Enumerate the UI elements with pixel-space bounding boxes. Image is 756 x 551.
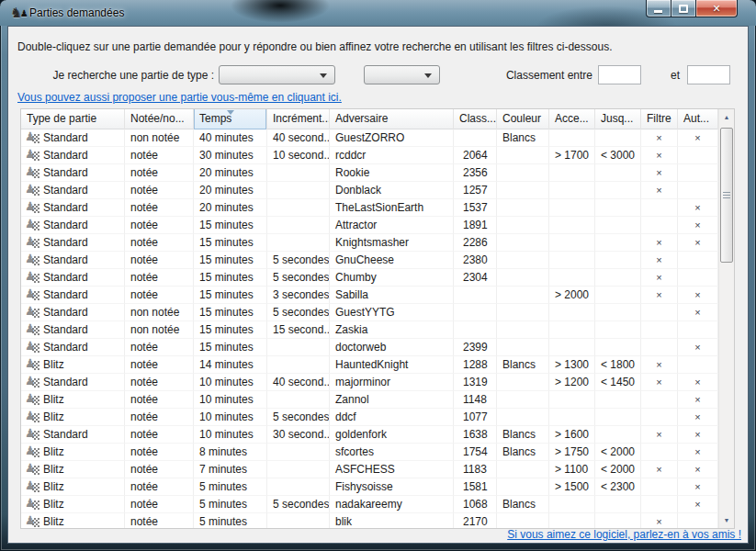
scroll-up-button[interactable]: ▲: [719, 109, 734, 125]
cell-type: Blitz: [21, 478, 125, 496]
vertical-scrollbar[interactable]: ▲ ▼: [718, 109, 734, 528]
share-with-friends-link[interactable]: Si vous aimez ce logiciel, parlez-en à v…: [507, 528, 741, 541]
table-row[interactable]: Standardnotée10 minutes40 second...major…: [21, 374, 718, 391]
column-header-label: Class...: [459, 112, 496, 125]
cell-opponent: Fishysoisse: [330, 478, 454, 496]
cell-accept-to: [595, 321, 641, 339]
column-header-time[interactable]: Temps: [194, 109, 267, 129]
scrollbar-thumb[interactable]: [720, 128, 733, 263]
cell-rating: 1581: [454, 478, 497, 496]
cell-auto: ×: [678, 391, 718, 409]
table-row[interactable]: Standardnotée15 minutesAttractor1891×: [21, 217, 718, 234]
table-row[interactable]: Standardnotée15 minutesKnightsmasher2286…: [21, 234, 718, 252]
table-row[interactable]: Blitznotée8 minutessfcortes1754Blancs> 1…: [21, 444, 718, 461]
table-row[interactable]: Standardnotée30 minutes10 second...rcddc…: [21, 147, 718, 164]
close-button[interactable]: ✕: [695, 0, 738, 17]
screen: ♞♟ Parties demandées ✕ Double-cliquez su…: [0, 0, 756, 551]
cell-type: Standard: [21, 339, 125, 356]
cell-accept-from: [549, 217, 595, 234]
titlebar[interactable]: ♞♟ Parties demandées ✕: [0, 0, 756, 26]
cell-time: 15 minutes: [194, 339, 267, 356]
cell-time: 30 minutes: [194, 147, 267, 164]
rating-max-input[interactable]: [687, 65, 730, 84]
cell-accept-from: > 1100: [549, 461, 595, 478]
cell-color: Blancs: [497, 426, 549, 444]
maximize-button[interactable]: [671, 0, 695, 17]
cell-auto: [678, 252, 718, 269]
table-row[interactable]: Blitznotée5 minutes5 secondesnadakareemy…: [21, 496, 718, 513]
cell-increment: [267, 356, 330, 374]
column-header-accept-from[interactable]: Acce...: [549, 109, 595, 129]
table-row[interactable]: Standardnotée15 minutes5 secondesChumby2…: [21, 269, 718, 287]
table-row[interactable]: Standardnon notée15 minutes15 second...Z…: [21, 321, 718, 339]
close-icon: ✕: [696, 0, 737, 17]
table-row[interactable]: Standardnotée20 minutesRookie2356×: [21, 164, 718, 182]
table-row[interactable]: Blitznotée10 minutes5 secondesddcf1077×: [21, 409, 718, 426]
cell-type: Standard: [21, 182, 125, 199]
cell-filter: [641, 217, 678, 234]
cell-time: 15 minutes: [194, 234, 267, 252]
column-header-filter[interactable]: Filtre: [641, 109, 678, 129]
column-header-opponent[interactable]: Adversaire: [330, 109, 454, 129]
cell-time: 40 minutes: [194, 129, 267, 147]
table-row[interactable]: Standardnotée15 minutesdoctorweb2399×: [21, 339, 718, 356]
table-row[interactable]: Standardnotée15 minutes3 secondesSabilla…: [21, 287, 718, 304]
table-row[interactable]: Standardnon notée15 minutes5 secondesGue…: [21, 304, 718, 321]
table-row[interactable]: Blitznotée14 minutesHauntedKnight1288Bla…: [21, 356, 718, 374]
game-type-select[interactable]: [219, 65, 335, 84]
cell-filter: [641, 304, 678, 321]
cell-auto: ×: [678, 287, 718, 304]
game-type-text: Standard: [43, 164, 88, 181]
cell-accept-to: [595, 182, 641, 199]
cell-increment: [267, 478, 330, 496]
cell-increment: [267, 182, 330, 199]
column-header-label: Type de partie: [27, 112, 96, 125]
intro-text: Double-cliquez sur une partie demandée p…: [17, 40, 612, 53]
scroll-down-button[interactable]: ▼: [719, 512, 734, 528]
rating-min-input[interactable]: [598, 65, 641, 84]
game-type-text: Standard: [43, 269, 88, 286]
column-header-increment[interactable]: Incrément...: [267, 109, 330, 129]
table-row[interactable]: Standardnon notée40 minutes40 second...G…: [21, 129, 718, 147]
minimize-icon: [654, 10, 662, 13]
table-row[interactable]: Standardnotée15 minutes5 secondesGnuChee…: [21, 252, 718, 269]
table-row[interactable]: Standardnotée20 minutesTheLastSionEarth1…: [21, 199, 718, 217]
cell-accept-from: [549, 164, 595, 182]
table-row[interactable]: Blitznotée7 minutesASFCHESS1183> 1100< 2…: [21, 461, 718, 478]
cell-filter: [641, 409, 678, 426]
propose-game-link[interactable]: Vous pouvez aussi proposer une partie vo…: [17, 91, 342, 104]
table-row[interactable]: Standardnotée10 minutes30 second...golde…: [21, 426, 718, 444]
column-header-rated[interactable]: Notée/no...: [125, 109, 194, 129]
column-header-color[interactable]: Couleur: [497, 109, 549, 129]
table-row[interactable]: Blitznotée5 minutesblik2170×: [21, 513, 718, 528]
cell-type: Standard: [21, 129, 125, 147]
cell-opponent: goldenfork: [330, 426, 454, 444]
cell-increment: 3 secondes: [267, 287, 330, 304]
column-header-type[interactable]: Type de partie: [21, 109, 125, 129]
minimize-button[interactable]: [646, 0, 671, 17]
cell-rated: notée: [125, 426, 194, 444]
cell-time: 8 minutes: [194, 444, 267, 461]
cell-color: [497, 478, 549, 496]
table-row[interactable]: Blitznotée5 minutesFishysoisse1581> 1500…: [21, 478, 718, 496]
secondary-filter-select[interactable]: [364, 65, 440, 84]
table-row[interactable]: Standardnotée20 minutesDonblack1257×: [21, 182, 718, 199]
cell-accept-to: < 1800: [595, 356, 641, 374]
cell-filter: [641, 339, 678, 356]
table-row[interactable]: Blitznotée10 minutesZannol1148×: [21, 391, 718, 409]
cell-color: [497, 234, 549, 252]
column-header-rating[interactable]: Class...: [454, 109, 497, 129]
column-header-auto[interactable]: Aut...: [678, 109, 718, 129]
cell-type: Blitz: [21, 356, 125, 374]
cell-rating: 1068: [454, 496, 497, 513]
cell-rating: 2170: [454, 513, 497, 528]
cell-filter: ×: [641, 356, 678, 374]
chess-game-icon: [25, 445, 40, 459]
cell-accept-to: < 2000: [595, 461, 641, 478]
game-type-text: Standard: [43, 129, 88, 146]
cell-increment: 15 second...: [267, 321, 330, 339]
chess-game-icon: [25, 184, 40, 197]
chess-game-icon: [25, 219, 40, 232]
column-header-accept-to[interactable]: Jusq...: [595, 109, 641, 129]
cell-increment: 5 secondes: [267, 496, 330, 513]
